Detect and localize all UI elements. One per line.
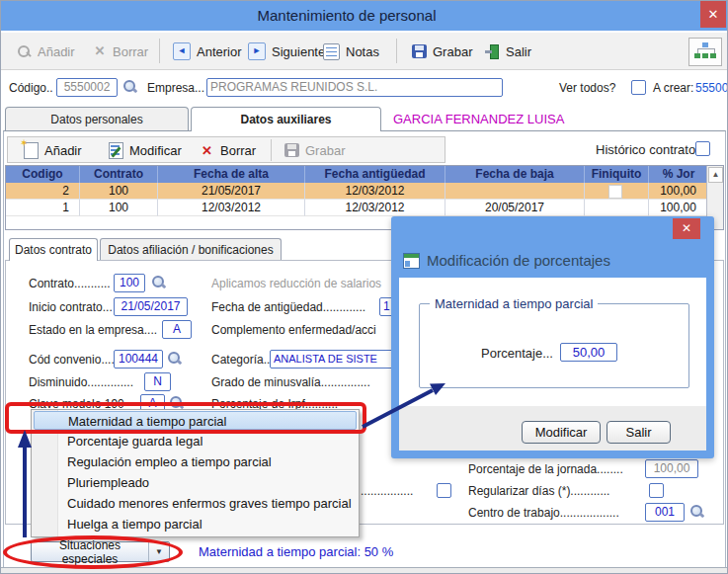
menu-item-huelga[interactable]: Huelga a tiempo parcial	[32, 514, 359, 534]
cell-fecha-baja	[445, 183, 585, 200]
cell-fecha-baja: 20/05/2017	[445, 200, 585, 216]
col-header[interactable]: Codigo	[6, 166, 80, 183]
add-button[interactable]: Añadir	[17, 40, 75, 63]
hidden-left-checkbox[interactable]	[437, 483, 451, 498]
previous-button[interactable]: Anterior	[173, 40, 242, 63]
col-header[interactable]: Fecha de baja	[445, 166, 585, 183]
finiquito-checkbox[interactable]	[608, 185, 622, 199]
table-header-row: Codigo Contrato Fecha de alta Fecha anti…	[6, 166, 723, 183]
modificar-button[interactable]: Modificar	[522, 421, 601, 444]
scroll-up-icon[interactable]	[708, 167, 723, 183]
estado-empresa-input[interactable]: A	[162, 320, 192, 339]
notes-icon	[323, 43, 340, 60]
new-doc-icon	[24, 142, 39, 159]
menu-item-regulacion[interactable]: Regulación empleo a tiempo parcial	[32, 451, 359, 472]
cod-convenio-input[interactable]: 100444	[114, 350, 163, 369]
chevron-down-icon	[148, 542, 169, 561]
col-header[interactable]: Fecha antigüedad	[305, 166, 445, 183]
edit-doc-icon	[109, 142, 123, 159]
exit-button[interactable]: Salir	[485, 40, 531, 63]
notes-label: Notas	[346, 44, 379, 59]
menu-item-maternidad[interactable]: Maternidad a tiempo parcial	[34, 411, 357, 430]
app-window: Mantenimiento de personal Añadir Borrar …	[0, 0, 728, 574]
contrato-input[interactable]: 100	[114, 274, 145, 292]
menu-item-pluriempleado[interactable]: Pluriempleado	[32, 472, 359, 493]
tab-datos-personales[interactable]: Datos personales	[5, 107, 189, 130]
cell-fecha-alta: 21/05/2017	[158, 183, 305, 200]
exit-label: Salir	[506, 44, 531, 59]
jornada-input[interactable]: 100,00	[645, 459, 698, 478]
col-header[interactable]: Contrato	[80, 166, 158, 183]
col-header[interactable]: % Jor	[649, 166, 708, 183]
delete-button[interactable]: Borrar	[93, 40, 148, 63]
inicio-contrato-input[interactable]: 21/05/2017	[114, 297, 188, 316]
cell-codigo: 2	[6, 183, 80, 200]
tab-datos-afiliacion[interactable]: Datos afiliación / bonificaciones	[100, 238, 282, 260]
delete-icon	[93, 44, 107, 58]
historico-label: Histórico contratos	[596, 142, 702, 157]
close-icon[interactable]	[700, 1, 726, 28]
centro-search-icon[interactable]	[689, 504, 704, 519]
notes-button[interactable]: Notas	[323, 40, 379, 63]
empresa-label: Empresa...	[147, 81, 204, 95]
convenio-search-icon[interactable]	[167, 351, 182, 366]
porcentaje-input[interactable]: 50,00	[560, 343, 617, 362]
salir-button[interactable]: Salir	[607, 421, 671, 444]
previous-label: Anterior	[197, 44, 242, 59]
dialog-close-icon[interactable]	[673, 218, 700, 239]
next-label: Siguiente	[272, 44, 325, 59]
menu-item-guarda-legal[interactable]: Porcentaje guarda legal	[32, 431, 359, 451]
table-row[interactable]: 1 100 12/03/2012 12/03/2012 20/05/2017 1…	[6, 200, 723, 216]
save-label: Grabar	[433, 44, 472, 59]
cell-jornada: 100,00	[649, 200, 708, 216]
employee-name: GARCIA FERNANDEZ LUISA	[393, 112, 564, 126]
col-header[interactable]: Finiquito	[585, 166, 649, 183]
contract-delete-button[interactable]: Borrar	[202, 140, 256, 160]
codigo-search-icon[interactable]	[122, 79, 137, 94]
contract-add-label: Añadir	[44, 143, 82, 158]
clave-190-search-icon[interactable]	[169, 395, 184, 410]
historico-checkbox[interactable]	[695, 141, 710, 156]
cell-fecha-antiguedad: 12/03/2012	[305, 183, 445, 200]
ver-todos-checkbox[interactable]	[631, 80, 646, 95]
cell-codigo: 1	[6, 200, 80, 216]
situaciones-especiales-button[interactable]: Situaciones especiales	[31, 541, 170, 562]
contract-save-button[interactable]: Grabar	[284, 140, 345, 160]
contrato-search-icon[interactable]	[151, 275, 166, 289]
save-icon-disabled	[284, 143, 299, 157]
situaciones-dropdown-menu: Maternidad a tiempo parcial Porcentaje g…	[31, 409, 360, 537]
cell-finiquito	[585, 200, 649, 216]
inicio-contrato-label: Inicio contrato...	[29, 300, 113, 314]
contract-modify-button[interactable]: Modificar	[109, 140, 182, 160]
empresa-input[interactable]: PROGRAMAS REUNIDOS S.L.	[206, 78, 503, 97]
contract-save-label: Grabar	[305, 143, 345, 158]
menu-item-cuidado-menores[interactable]: Cuidado menores enfermos graves tiempo p…	[32, 493, 359, 514]
exit-door-icon	[485, 44, 500, 59]
contracts-toolbar: Añadir Modificar Borrar Grabar	[7, 136, 445, 163]
codigo-input[interactable]: 5550002	[56, 78, 118, 97]
disminuido-input[interactable]: N	[144, 372, 171, 391]
next-button[interactable]: Siguiente	[248, 40, 325, 63]
save-button[interactable]: Grabar	[412, 40, 472, 63]
toolbar-separator	[396, 39, 397, 63]
centro-trabajo-input[interactable]: 001	[645, 503, 685, 522]
codigo-label: Código..	[9, 81, 53, 95]
org-chart-button[interactable]	[688, 38, 722, 66]
reduccion-salarios-label: Aplicamos reducción de salarios	[211, 277, 381, 290]
regularizar-checkbox[interactable]	[649, 483, 664, 498]
fecha-antiguedad-label: Fecha de antigüedad.............	[211, 300, 365, 314]
table-row[interactable]: 2 100 21/05/2017 12/03/2012 100,00	[6, 183, 723, 200]
tab-datos-contrato[interactable]: Datos contrato	[9, 238, 98, 261]
tab-datos-auxiliares[interactable]: Datos auxiliares	[191, 107, 381, 131]
contract-add-button[interactable]: Añadir	[24, 140, 82, 160]
toolbar-separator	[159, 39, 160, 63]
complemento-label: Complemento enfermedad/acci	[211, 323, 376, 337]
cell-fecha-antiguedad: 12/03/2012	[305, 200, 445, 216]
maternidad-groupbox: Maternidad a tiempo parcial Porcentaje..…	[419, 303, 689, 388]
cell-contrato: 100	[80, 200, 158, 216]
dialog-body: Maternidad a tiempo parcial Porcentaje..…	[399, 278, 706, 406]
modificacion-porcentajes-dialog: Modificación de porcentajes Maternidad a…	[391, 216, 714, 458]
centro-trabajo-label: Centro de trabajo..................	[468, 506, 619, 520]
col-header[interactable]: Fecha de alta	[158, 166, 305, 183]
dialog-title: Modificación de porcentajes	[427, 252, 610, 269]
